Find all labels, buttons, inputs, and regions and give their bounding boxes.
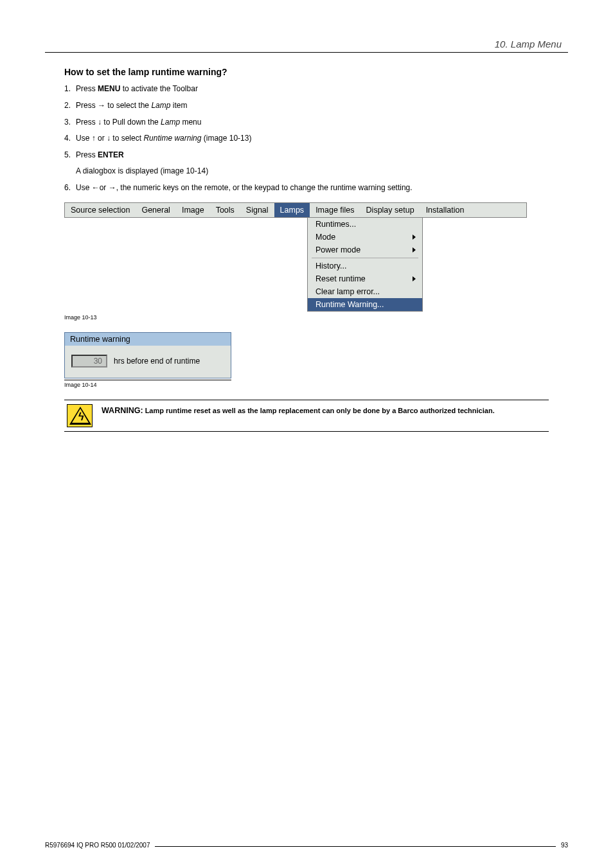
step-italic: Runtime warning — [143, 134, 201, 143]
menu-label: Clear lamp error... — [315, 287, 380, 296]
footer-rule — [155, 846, 555, 847]
section-title: How to set the lamp runtime warning? — [64, 67, 549, 77]
step-1: 1. Press MENU to activate the Toolbar — [64, 84, 549, 94]
menu-clear-lamp-error[interactable]: Clear lamp error... — [308, 285, 422, 298]
step-6: 6. Use ←or →, the numeric keys on the re… — [64, 182, 549, 193]
step-text: menu — [180, 118, 201, 127]
tab-tools[interactable]: Tools — [210, 203, 240, 217]
step-text: Press → to select the — [76, 101, 151, 110]
step-italic: Lamp — [161, 118, 180, 127]
step-3: 3. Press ↓ to Pull down the Lamp menu — [64, 117, 549, 128]
menu-label: History... — [315, 261, 346, 270]
step-number: 4. — [64, 133, 71, 144]
step-subtext: A dialogbox is displayed (image 10-14) — [76, 166, 549, 177]
step-bold: ENTER — [98, 150, 124, 159]
menu-label: Runtime Warning... — [315, 300, 384, 309]
menu-power-mode[interactable]: Power mode — [308, 244, 422, 256]
step-text: Press ↓ to Pull down the — [76, 118, 161, 127]
tab-lamps[interactable]: Lamps — [274, 203, 310, 217]
runtime-warning-dialog: Runtime warning 30 hrs before end of run… — [64, 332, 231, 378]
step-text: Press — [76, 150, 98, 159]
tab-image[interactable]: Image — [176, 203, 210, 217]
warning-label: WARNING: — [102, 406, 143, 415]
tab-image-files[interactable]: Image files — [310, 203, 360, 217]
footer-left: R5976694 IQ PRO R500 01/02/2007 — [45, 842, 150, 849]
warning-icon: ϟ — [67, 404, 93, 427]
hours-input[interactable]: 30 — [71, 355, 107, 368]
image-caption-10-14: Image 10-14 — [64, 382, 549, 388]
menu-label: Power mode — [315, 245, 360, 254]
step-text: item — [170, 101, 187, 110]
image-caption-10-13: Image 10-13 — [64, 314, 549, 321]
menu-reset-runtime[interactable]: Reset runtime — [308, 272, 422, 285]
tab-signal[interactable]: Signal — [240, 203, 274, 217]
lightning-bolt-icon: ϟ — [78, 412, 85, 422]
step-text: Use ←or →, the numeric keys on the remot… — [76, 183, 413, 192]
menu-divider — [312, 258, 418, 258]
step-number: 1. — [64, 84, 71, 94]
instruction-steps: 1. Press MENU to activate the Toolbar 2.… — [64, 84, 549, 193]
footer-page-number: 93 — [561, 842, 568, 849]
tab-general[interactable]: General — [136, 203, 175, 217]
step-text: Use ↑ or ↓ to select — [76, 134, 143, 143]
menu-label: Reset runtime — [315, 274, 366, 283]
menu-mode[interactable]: Mode — [308, 231, 422, 244]
menu-runtimes[interactable]: Runtimes... — [308, 218, 422, 231]
step-number: 3. — [64, 117, 71, 128]
step-text: to activate the Toolbar — [120, 84, 198, 93]
dialog-suffix-text: hrs before end of runtime — [114, 357, 200, 366]
content-area: How to set the lamp runtime warning? 1. … — [45, 67, 568, 842]
warning-body: Lamp runtime reset as well as the lamp r… — [143, 407, 495, 414]
step-italic: Lamp — [151, 101, 170, 110]
step-number: 2. — [64, 100, 71, 111]
menubar: Source selection General Image Tools Sig… — [64, 202, 527, 218]
lamps-dropdown: Runtimes... Mode Power mode History... R… — [307, 218, 423, 312]
menu-screenshot: Source selection General Image Tools Sig… — [64, 202, 527, 312]
warning-text: WARNING: Lamp runtime reset as well as t… — [102, 404, 546, 416]
menu-history[interactable]: History... — [308, 260, 422, 272]
caption-rule — [64, 380, 231, 380]
tab-installation[interactable]: Installation — [420, 203, 470, 217]
step-text: Press — [76, 84, 98, 93]
menu-label: Mode — [315, 233, 335, 242]
step-bold: MENU — [98, 84, 120, 93]
tab-display-setup[interactable]: Display setup — [360, 203, 420, 217]
step-number: 5. — [64, 150, 71, 161]
step-4: 4. Use ↑ or ↓ to select Runtime warning … — [64, 133, 549, 144]
page-footer: R5976694 IQ PRO R500 01/02/2007 93 — [45, 842, 568, 849]
step-2: 2. Press → to select the Lamp item — [64, 100, 549, 111]
tab-source-selection[interactable]: Source selection — [65, 203, 136, 217]
step-text: (image 10-13) — [201, 134, 251, 143]
submenu-arrow-icon — [413, 276, 416, 281]
chapter-header: 10. Lamp Menu — [45, 39, 568, 53]
menu-label: Runtimes... — [315, 220, 356, 229]
dialog-title: Runtime warning — [65, 333, 231, 346]
warning-box: ϟ WARNING: Lamp runtime reset as well as… — [64, 400, 549, 432]
menu-runtime-warning[interactable]: Runtime Warning... — [308, 298, 422, 311]
step-5: 5. Press ENTER A dialogbox is displayed … — [64, 150, 549, 177]
submenu-arrow-icon — [413, 235, 416, 240]
step-number: 6. — [64, 182, 71, 193]
submenu-arrow-icon — [413, 247, 416, 252]
dialog-body: 30 hrs before end of runtime — [65, 346, 231, 378]
